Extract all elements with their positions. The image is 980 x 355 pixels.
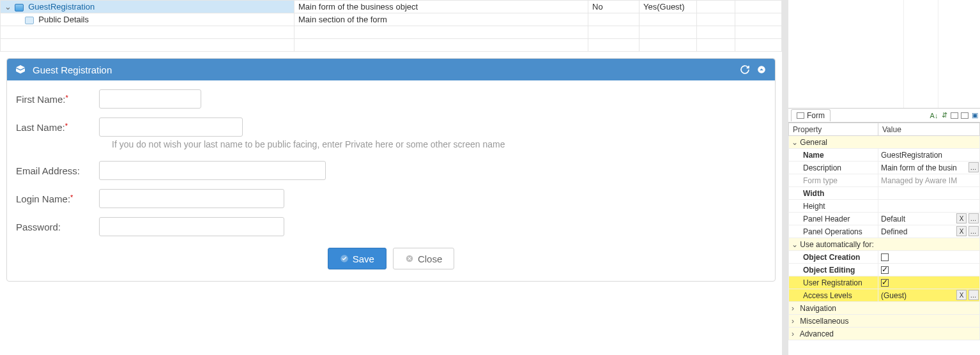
tree-item-name: Public Details: [38, 15, 89, 24]
last-name-help: If you do not wish your last name to be …: [112, 139, 766, 149]
last-name-label: Last Name:*: [16, 122, 99, 133]
tree-row-guestregistration[interactable]: ⌄ GuestRegistration Main form of the bus…: [1, 1, 782, 13]
expand-all-icon[interactable]: ▣: [970, 110, 980, 121]
login-name-label: Login Name:*: [16, 193, 99, 204]
prop-form-type: Form type Managed by Aware IM: [789, 174, 980, 187]
first-name-label: First Name:*: [16, 94, 99, 105]
tree-item-col5: [697, 1, 735, 13]
tree-row-empty: [1, 26, 782, 39]
tab-form[interactable]: Form: [791, 109, 831, 121]
right-top-empty-grid: [788, 0, 980, 109]
close-button[interactable]: Close: [393, 248, 454, 269]
prop-object-editing[interactable]: Object Editing: [789, 264, 980, 276]
collapse-icon[interactable]: [756, 64, 767, 75]
section-icon: [25, 17, 34, 24]
tree-item-desc: Main section of the form: [295, 13, 588, 26]
tree-row-public-details[interactable]: Public Details Main section of the form: [1, 13, 782, 26]
prop-header-value: Value: [878, 123, 980, 136]
prop-access-levels[interactable]: Access Levels (Guest) X …: [789, 289, 980, 302]
tree-item-name: GuestRegistration: [28, 2, 95, 11]
checkbox-checked[interactable]: [881, 266, 889, 274]
password-field[interactable]: [99, 217, 284, 236]
check-circle-icon: [340, 254, 349, 263]
password-label: Password:: [16, 222, 99, 232]
view-mode-1-icon[interactable]: [951, 112, 958, 119]
form-preview-panel: Guest Registration First Name:*: [6, 58, 776, 282]
prop-header-property: Property: [789, 123, 878, 136]
prop-object-creation[interactable]: Object Creation: [789, 251, 980, 264]
sort-az-icon[interactable]: A↓: [929, 110, 939, 121]
ellipsis-button[interactable]: …: [969, 290, 979, 300]
prop-panel-operations[interactable]: Panel Operations Defined X …: [789, 225, 980, 238]
group-use-automatically[interactable]: ⌄ Use automatically for:: [789, 238, 980, 251]
prop-width[interactable]: Width: [789, 187, 980, 200]
tree-item-col6: [735, 1, 782, 13]
save-button[interactable]: Save: [328, 248, 387, 269]
last-name-field[interactable]: [99, 117, 243, 137]
object-tree-grid[interactable]: ⌄ GuestRegistration Main form of the bus…: [0, 0, 782, 52]
tree-expand-icon[interactable]: ⌄: [4, 2, 11, 11]
view-mode-2-icon[interactable]: [961, 112, 969, 119]
ellipsis-button[interactable]: …: [969, 162, 979, 172]
email-field[interactable]: [99, 161, 326, 180]
clear-button[interactable]: X: [956, 290, 967, 300]
form-header: Guest Registration: [7, 59, 775, 80]
tree-item-desc: Main form of the business object: [295, 1, 588, 13]
prop-user-registration[interactable]: User Registration: [789, 276, 980, 289]
first-name-field[interactable]: [99, 89, 201, 109]
categorize-icon[interactable]: ⇵: [939, 110, 949, 121]
prop-description[interactable]: Description Main form of the busin …: [789, 162, 980, 174]
properties-tab-bar: Form A↓ ⇵ ▣: [788, 109, 980, 123]
cube-icon: [15, 65, 26, 74]
group-advanced[interactable]: › Advanced: [789, 328, 980, 340]
form-title: Guest Registration: [33, 64, 112, 75]
checkbox-unchecked[interactable]: [881, 253, 889, 261]
prop-height[interactable]: Height: [789, 200, 980, 213]
refresh-icon[interactable]: [739, 64, 751, 75]
tree-row-empty: [1, 39, 782, 52]
property-grid[interactable]: Property Value ⌄ General Name GuestRegis…: [788, 123, 980, 355]
clear-button[interactable]: X: [956, 226, 967, 236]
tree-item-col3: No: [588, 1, 639, 13]
ellipsis-button[interactable]: …: [969, 226, 979, 236]
prop-panel-header[interactable]: Panel Header Default X …: [789, 213, 980, 225]
login-name-field[interactable]: [99, 189, 284, 208]
clear-button[interactable]: X: [956, 213, 967, 223]
group-navigation[interactable]: › Navigation: [789, 302, 980, 315]
form-icon: [15, 4, 24, 11]
close-circle-icon: [405, 254, 414, 263]
email-label: Email Address:: [16, 165, 99, 176]
group-miscellaneous[interactable]: › Miscellaneous: [789, 315, 980, 328]
ellipsis-button[interactable]: …: [969, 213, 979, 223]
tree-item-col4: Yes(Guest): [639, 1, 697, 13]
checkbox-checked[interactable]: [881, 279, 889, 287]
group-general[interactable]: ⌄ General: [789, 136, 980, 149]
form-tab-icon: [797, 112, 804, 119]
prop-name[interactable]: Name GuestRegistration: [789, 149, 980, 162]
